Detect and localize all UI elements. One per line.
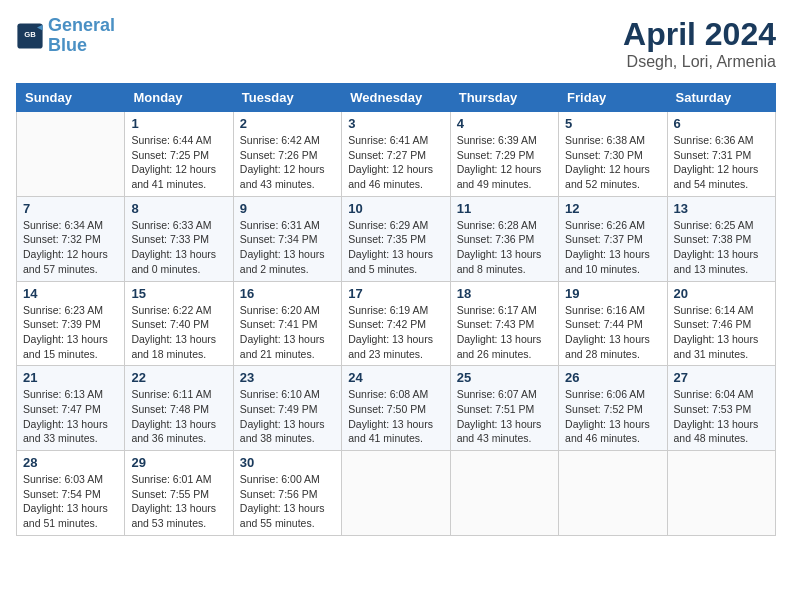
day-info: Sunrise: 6:22 AMSunset: 7:40 PMDaylight:… <box>131 303 226 362</box>
calendar-cell: 12Sunrise: 6:26 AMSunset: 7:37 PMDayligh… <box>559 196 667 281</box>
day-info: Sunrise: 6:29 AMSunset: 7:35 PMDaylight:… <box>348 218 443 277</box>
day-number: 10 <box>348 201 443 216</box>
day-info: Sunrise: 6:26 AMSunset: 7:37 PMDaylight:… <box>565 218 660 277</box>
calendar-cell: 3Sunrise: 6:41 AMSunset: 7:27 PMDaylight… <box>342 112 450 197</box>
calendar-cell: 16Sunrise: 6:20 AMSunset: 7:41 PMDayligh… <box>233 281 341 366</box>
col-header-saturday: Saturday <box>667 84 775 112</box>
day-info: Sunrise: 6:25 AMSunset: 7:38 PMDaylight:… <box>674 218 769 277</box>
calendar-cell: 8Sunrise: 6:33 AMSunset: 7:33 PMDaylight… <box>125 196 233 281</box>
day-number: 2 <box>240 116 335 131</box>
calendar-cell: 20Sunrise: 6:14 AMSunset: 7:46 PMDayligh… <box>667 281 775 366</box>
title-block: April 2024 Dsegh, Lori, Armenia <box>623 16 776 71</box>
day-info: Sunrise: 6:41 AMSunset: 7:27 PMDaylight:… <box>348 133 443 192</box>
day-number: 7 <box>23 201 118 216</box>
day-info: Sunrise: 6:39 AMSunset: 7:29 PMDaylight:… <box>457 133 552 192</box>
logo-icon: GB <box>16 22 44 50</box>
day-number: 16 <box>240 286 335 301</box>
svg-text:GB: GB <box>24 30 36 39</box>
calendar-cell: 17Sunrise: 6:19 AMSunset: 7:42 PMDayligh… <box>342 281 450 366</box>
calendar-cell: 18Sunrise: 6:17 AMSunset: 7:43 PMDayligh… <box>450 281 558 366</box>
day-number: 19 <box>565 286 660 301</box>
month-title: April 2024 <box>623 16 776 53</box>
day-number: 17 <box>348 286 443 301</box>
calendar-cell <box>559 451 667 536</box>
day-info: Sunrise: 6:34 AMSunset: 7:32 PMDaylight:… <box>23 218 118 277</box>
logo: GB General Blue <box>16 16 115 56</box>
day-number: 14 <box>23 286 118 301</box>
calendar-cell <box>17 112 125 197</box>
calendar-cell: 1Sunrise: 6:44 AMSunset: 7:25 PMDaylight… <box>125 112 233 197</box>
day-info: Sunrise: 6:44 AMSunset: 7:25 PMDaylight:… <box>131 133 226 192</box>
day-info: Sunrise: 6:08 AMSunset: 7:50 PMDaylight:… <box>348 387 443 446</box>
day-number: 21 <box>23 370 118 385</box>
day-info: Sunrise: 6:33 AMSunset: 7:33 PMDaylight:… <box>131 218 226 277</box>
day-info: Sunrise: 6:16 AMSunset: 7:44 PMDaylight:… <box>565 303 660 362</box>
calendar-cell: 6Sunrise: 6:36 AMSunset: 7:31 PMDaylight… <box>667 112 775 197</box>
calendar-table: SundayMondayTuesdayWednesdayThursdayFrid… <box>16 83 776 536</box>
col-header-sunday: Sunday <box>17 84 125 112</box>
day-info: Sunrise: 6:01 AMSunset: 7:55 PMDaylight:… <box>131 472 226 531</box>
day-number: 18 <box>457 286 552 301</box>
day-number: 4 <box>457 116 552 131</box>
day-number: 22 <box>131 370 226 385</box>
day-number: 20 <box>674 286 769 301</box>
calendar-cell: 28Sunrise: 6:03 AMSunset: 7:54 PMDayligh… <box>17 451 125 536</box>
day-info: Sunrise: 6:20 AMSunset: 7:41 PMDaylight:… <box>240 303 335 362</box>
day-number: 3 <box>348 116 443 131</box>
calendar-cell: 21Sunrise: 6:13 AMSunset: 7:47 PMDayligh… <box>17 366 125 451</box>
calendar-cell: 4Sunrise: 6:39 AMSunset: 7:29 PMDaylight… <box>450 112 558 197</box>
day-info: Sunrise: 6:28 AMSunset: 7:36 PMDaylight:… <box>457 218 552 277</box>
day-info: Sunrise: 6:17 AMSunset: 7:43 PMDaylight:… <box>457 303 552 362</box>
day-number: 8 <box>131 201 226 216</box>
col-header-tuesday: Tuesday <box>233 84 341 112</box>
calendar-cell: 14Sunrise: 6:23 AMSunset: 7:39 PMDayligh… <box>17 281 125 366</box>
calendar-cell: 22Sunrise: 6:11 AMSunset: 7:48 PMDayligh… <box>125 366 233 451</box>
day-number: 12 <box>565 201 660 216</box>
location: Dsegh, Lori, Armenia <box>623 53 776 71</box>
day-info: Sunrise: 6:11 AMSunset: 7:48 PMDaylight:… <box>131 387 226 446</box>
day-number: 25 <box>457 370 552 385</box>
day-number: 15 <box>131 286 226 301</box>
day-info: Sunrise: 6:13 AMSunset: 7:47 PMDaylight:… <box>23 387 118 446</box>
day-number: 6 <box>674 116 769 131</box>
day-number: 30 <box>240 455 335 470</box>
calendar-cell: 26Sunrise: 6:06 AMSunset: 7:52 PMDayligh… <box>559 366 667 451</box>
day-number: 23 <box>240 370 335 385</box>
calendar-cell: 9Sunrise: 6:31 AMSunset: 7:34 PMDaylight… <box>233 196 341 281</box>
calendar-cell <box>450 451 558 536</box>
calendar-cell: 30Sunrise: 6:00 AMSunset: 7:56 PMDayligh… <box>233 451 341 536</box>
day-number: 28 <box>23 455 118 470</box>
day-number: 13 <box>674 201 769 216</box>
col-header-monday: Monday <box>125 84 233 112</box>
day-number: 1 <box>131 116 226 131</box>
day-number: 5 <box>565 116 660 131</box>
calendar-cell: 2Sunrise: 6:42 AMSunset: 7:26 PMDaylight… <box>233 112 341 197</box>
day-info: Sunrise: 6:31 AMSunset: 7:34 PMDaylight:… <box>240 218 335 277</box>
calendar-cell: 23Sunrise: 6:10 AMSunset: 7:49 PMDayligh… <box>233 366 341 451</box>
col-header-friday: Friday <box>559 84 667 112</box>
day-info: Sunrise: 6:42 AMSunset: 7:26 PMDaylight:… <box>240 133 335 192</box>
day-number: 26 <box>565 370 660 385</box>
day-info: Sunrise: 6:36 AMSunset: 7:31 PMDaylight:… <box>674 133 769 192</box>
day-info: Sunrise: 6:14 AMSunset: 7:46 PMDaylight:… <box>674 303 769 362</box>
page-header: GB General Blue April 2024 Dsegh, Lori, … <box>16 16 776 71</box>
calendar-cell: 29Sunrise: 6:01 AMSunset: 7:55 PMDayligh… <box>125 451 233 536</box>
calendar-cell: 7Sunrise: 6:34 AMSunset: 7:32 PMDaylight… <box>17 196 125 281</box>
day-info: Sunrise: 6:07 AMSunset: 7:51 PMDaylight:… <box>457 387 552 446</box>
day-info: Sunrise: 6:03 AMSunset: 7:54 PMDaylight:… <box>23 472 118 531</box>
calendar-cell: 27Sunrise: 6:04 AMSunset: 7:53 PMDayligh… <box>667 366 775 451</box>
calendar-cell: 25Sunrise: 6:07 AMSunset: 7:51 PMDayligh… <box>450 366 558 451</box>
calendar-cell <box>667 451 775 536</box>
day-number: 9 <box>240 201 335 216</box>
calendar-cell: 5Sunrise: 6:38 AMSunset: 7:30 PMDaylight… <box>559 112 667 197</box>
day-info: Sunrise: 6:19 AMSunset: 7:42 PMDaylight:… <box>348 303 443 362</box>
calendar-cell: 24Sunrise: 6:08 AMSunset: 7:50 PMDayligh… <box>342 366 450 451</box>
day-info: Sunrise: 6:00 AMSunset: 7:56 PMDaylight:… <box>240 472 335 531</box>
day-info: Sunrise: 6:04 AMSunset: 7:53 PMDaylight:… <box>674 387 769 446</box>
day-number: 29 <box>131 455 226 470</box>
day-info: Sunrise: 6:06 AMSunset: 7:52 PMDaylight:… <box>565 387 660 446</box>
col-header-thursday: Thursday <box>450 84 558 112</box>
calendar-cell: 13Sunrise: 6:25 AMSunset: 7:38 PMDayligh… <box>667 196 775 281</box>
day-number: 24 <box>348 370 443 385</box>
calendar-cell <box>342 451 450 536</box>
